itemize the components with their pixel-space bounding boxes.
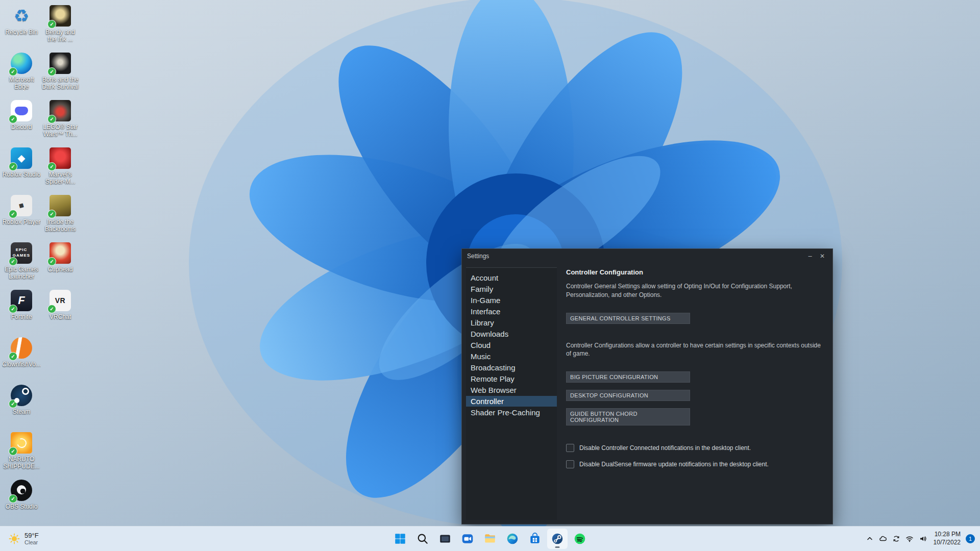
desktop-icon-roblox-player[interactable]: ■ ✓ Roblox Player bbox=[2, 195, 41, 226]
onedrive-icon[interactable] bbox=[876, 530, 890, 548]
desktop-icon-image: F ✓ bbox=[11, 290, 32, 311]
settings-nav: AccountFamilyIn-GameInterfaceLibraryDown… bbox=[466, 267, 557, 520]
settings-content: Controller Configuration Controller Gene… bbox=[566, 267, 825, 520]
nav-item-library[interactable]: Library bbox=[466, 317, 557, 328]
desktop-icon-label: ClownfishVo... bbox=[2, 361, 41, 368]
checkbox-label: Disable Controller Connected notificatio… bbox=[579, 444, 751, 452]
desktop-icon-backrooms[interactable]: ✓ Inside the Backrooms bbox=[41, 195, 80, 233]
desktop-icon-image: ✓ bbox=[11, 100, 32, 121]
desktop-icon-label: Marvel's Spider-M... bbox=[41, 171, 80, 185]
desktop-icon-image: ✓ bbox=[50, 5, 71, 27]
tray-icon-group bbox=[863, 530, 929, 548]
desktop-icon-naruto[interactable]: ✓ NARUTO SHIPPUDE... bbox=[2, 432, 41, 470]
window-titlebar[interactable]: Settings – ✕ bbox=[462, 249, 832, 264]
nav-item-cloud[interactable]: Cloud bbox=[466, 340, 557, 350]
volume-icon[interactable] bbox=[916, 530, 929, 548]
checkbox-row: Disable Controller Connected notificatio… bbox=[566, 444, 825, 452]
desktop-icon-label: Steam bbox=[2, 408, 41, 415]
desktop-icon-label: LEGO® Star Wars™ Th... bbox=[41, 123, 80, 138]
nav-item-broadcasting[interactable]: Broadcasting bbox=[466, 362, 557, 373]
taskbar-clock[interactable]: 10:28 PM 10/7/2022 bbox=[929, 531, 965, 546]
taskbar-spotify-button[interactable] bbox=[570, 529, 590, 549]
taskbar-steam-button[interactable] bbox=[547, 529, 568, 549]
desktop-icon-image: ✓ bbox=[50, 195, 71, 216]
desktop-icon-obs[interactable]: ✓ OBS Studio bbox=[2, 480, 41, 510]
sync-check-badge: ✓ bbox=[9, 162, 17, 171]
checkbox-2[interactable] bbox=[566, 460, 574, 468]
desktop-icon-discord[interactable]: ✓ Discord bbox=[2, 100, 41, 131]
desktop-icon-roblox-studio[interactable]: ◆ ✓ Roblox Studio bbox=[2, 147, 41, 178]
sync-check-badge: ✓ bbox=[9, 447, 17, 456]
desktop-icon-label: Boris and the Dark Survival bbox=[41, 76, 80, 90]
nav-item-controller[interactable]: Controller bbox=[466, 396, 557, 407]
desktop-icon-boris[interactable]: ✓ Boris and the Dark Survival bbox=[41, 53, 80, 90]
desktop-icon-vrchat[interactable]: VR ✓ VRChat bbox=[41, 290, 80, 320]
configurations-intro-text: Controller Configurations allow a contro… bbox=[566, 341, 824, 359]
taskbar-edge-button[interactable] bbox=[502, 529, 523, 549]
nav-item-downloads[interactable]: Downloads bbox=[466, 329, 557, 339]
configuration-buttons: BIG PICTURE CONFIGURATIONDESKTOP CONFIGU… bbox=[566, 371, 825, 425]
desktop-icon-label: Inside the Backrooms bbox=[41, 218, 80, 233]
desktop-icon-fortnite[interactable]: F ✓ Fortnite bbox=[2, 290, 41, 320]
wifi-icon[interactable] bbox=[903, 530, 916, 548]
nav-item-account[interactable]: Account bbox=[466, 272, 557, 283]
taskbar-file-explorer-button[interactable] bbox=[480, 529, 500, 549]
desktop-icon-label: Roblox Player bbox=[2, 218, 41, 226]
spotify-icon bbox=[573, 532, 586, 545]
checkbox-1[interactable] bbox=[566, 444, 574, 452]
widgets-weather-button[interactable]: 59°F Clear bbox=[3, 529, 44, 549]
desktop-icon-image: ✓ bbox=[11, 53, 32, 74]
nav-item-web-browser[interactable]: Web Browser bbox=[466, 385, 557, 395]
sync-check-badge: ✓ bbox=[47, 162, 56, 171]
minimize-button[interactable]: – bbox=[805, 251, 815, 261]
desktop-icon-cuphead[interactable]: ✓ Cuphead bbox=[41, 242, 80, 273]
notification-badge[interactable]: 1 bbox=[966, 534, 975, 543]
desktop-configuration-button[interactable]: DESKTOP CONFIGURATION bbox=[566, 390, 690, 401]
desktop-icon-epic-games[interactable]: EPIC GAMES ✓ Epic Games Launcher bbox=[2, 242, 41, 280]
nav-item-interface[interactable]: Interface bbox=[466, 306, 557, 317]
general-controller-settings-button[interactable]: GENERAL CONTROLLER SETTINGS bbox=[566, 313, 690, 324]
nav-item-family[interactable]: Family bbox=[466, 284, 557, 294]
file-explorer-icon bbox=[483, 532, 497, 545]
desktop-icon-edge[interactable]: ✓ Microsoft Edge bbox=[2, 53, 41, 90]
desktop-icon-label: Cuphead bbox=[41, 266, 80, 273]
desktop-icon-bendy[interactable]: ✓ Bendy and the Ink ... bbox=[41, 5, 80, 43]
guide-button-chord-configuration-button[interactable]: GUIDE BUTTON CHORD CONFIGURATION bbox=[566, 408, 690, 425]
desktop-icon-image: ✓ bbox=[50, 147, 71, 169]
nav-item-remote-play[interactable]: Remote Play bbox=[466, 373, 557, 384]
desktop-icon-label: VRChat bbox=[41, 313, 80, 320]
sync-check-badge: ✓ bbox=[9, 115, 17, 123]
desktop-icon-spider-man[interactable]: ✓ Marvel's Spider-M... bbox=[41, 147, 80, 185]
desktop-icon-label: Roblox Studio bbox=[2, 171, 41, 178]
notification-checkboxes: Disable Controller Connected notificatio… bbox=[566, 444, 825, 468]
taskbar-chat-button[interactable] bbox=[457, 529, 478, 549]
desktop-icon-clownfish[interactable]: ✓ ClownfishVo... bbox=[2, 337, 41, 368]
checkbox-label: Disable DualSense firmware update notifi… bbox=[579, 461, 769, 468]
search-icon bbox=[416, 532, 429, 545]
taskbar-store-button[interactable] bbox=[525, 529, 545, 549]
taskbar-search-button[interactable] bbox=[412, 529, 433, 549]
sync-icon[interactable] bbox=[890, 530, 903, 548]
taskbar-task-view-button[interactable] bbox=[435, 529, 455, 549]
sync-check-badge: ✓ bbox=[9, 399, 17, 408]
big-picture-configuration-button[interactable]: BIG PICTURE CONFIGURATION bbox=[566, 371, 690, 383]
nav-item-in-game[interactable]: In-Game bbox=[466, 295, 557, 306]
store-icon bbox=[528, 532, 542, 545]
sync-check-badge: ✓ bbox=[9, 210, 17, 218]
desktop-icon-image: ♻ bbox=[11, 5, 32, 27]
taskbar-start-button[interactable] bbox=[390, 529, 410, 549]
desktop-icon-label: NARUTO SHIPPUDE... bbox=[2, 456, 41, 470]
weather-sun-icon bbox=[8, 533, 20, 545]
nav-item-music[interactable]: Music bbox=[466, 351, 557, 362]
close-button[interactable]: ✕ bbox=[817, 251, 827, 261]
clock-date: 10/7/2022 bbox=[934, 539, 961, 547]
desktop-icon-lego-star-wars[interactable]: ✓ LEGO® Star Wars™ Th... bbox=[41, 100, 80, 138]
chevron-up-icon[interactable] bbox=[863, 530, 876, 548]
desktop-icon-steam[interactable]: ✓ Steam bbox=[2, 385, 41, 415]
steam-settings-window: Settings – ✕ AccountFamilyIn-GameInterfa… bbox=[461, 248, 833, 524]
desktop-icon-label: Epic Games Launcher bbox=[2, 266, 41, 280]
desktop-icon-recycle-bin[interactable]: ♻ Recycle Bin bbox=[2, 5, 41, 36]
nav-item-shader-pre-caching[interactable]: Shader Pre-Caching bbox=[466, 407, 557, 418]
taskbar: 59°F Clear 10:28 PM 10/7/2022 1 bbox=[0, 527, 980, 551]
sync-check-badge: ✓ bbox=[9, 352, 17, 361]
